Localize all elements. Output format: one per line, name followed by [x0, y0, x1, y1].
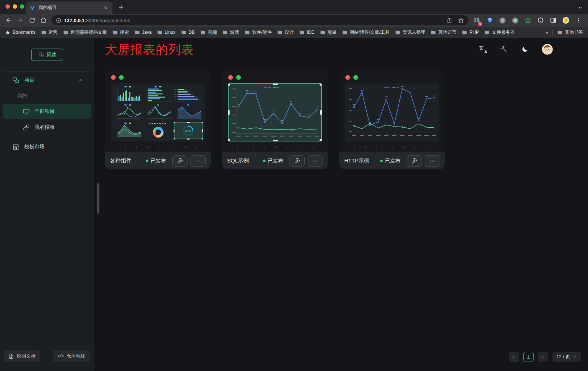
- forward-button[interactable]: [15, 15, 25, 25]
- address-bar[interactable]: 127.0.0.1:3000/#/project/items: [52, 15, 468, 25]
- page-size-select[interactable]: 12 / 页: [552, 352, 581, 362]
- screens-icon: [12, 77, 19, 84]
- edit-project-button[interactable]: [407, 155, 422, 167]
- new-project-button[interactable]: 新建: [31, 49, 63, 61]
- bookmark-folder[interactable]: PHP: [462, 29, 479, 36]
- bookmark-star-icon[interactable]: [458, 17, 464, 23]
- thumbnail-line-chart: [143, 104, 173, 121]
- selection-handle[interactable]: [273, 140, 278, 141]
- selection-handle[interactable]: [228, 83, 230, 86]
- more-options-button[interactable]: [190, 155, 206, 167]
- project-card-list: 25.00% 各种组件 已发布: [105, 70, 588, 169]
- edit-project-button[interactable]: [289, 155, 305, 167]
- folder-icon: [200, 30, 206, 35]
- hammer-icon: [177, 158, 183, 164]
- project-card[interactable]: SQL示例 已发布: [222, 70, 328, 169]
- red-dot: [345, 75, 350, 80]
- profile-avatar-icon[interactable]: [562, 17, 570, 24]
- selection-handle[interactable]: [320, 83, 322, 86]
- folder-icon: [112, 30, 118, 35]
- window-minimize-button[interactable]: [13, 4, 17, 9]
- ellipsis-icon: [195, 158, 201, 164]
- bookmark-folder[interactable]: 资讯未整理: [395, 29, 425, 36]
- bookmark-folder[interactable]: 近期需要读的文章: [63, 29, 107, 36]
- bookmark-folder[interactable]: DB: [181, 29, 195, 36]
- language-icon[interactable]: 文A: [479, 45, 487, 53]
- other-bookmarks[interactable]: 其他书签: [557, 29, 583, 36]
- selection-handle[interactable]: [320, 139, 322, 141]
- sidebar-item-template-market[interactable]: 模板市场: [0, 138, 94, 156]
- ext-record-extension-icon[interactable]: [511, 17, 519, 24]
- tab-search-chevron-icon[interactable]: [578, 5, 583, 10]
- prev-page-button[interactable]: [509, 352, 519, 362]
- site-info-icon[interactable]: [56, 18, 61, 23]
- window-close-button[interactable]: [5, 4, 10, 9]
- sidebar-item-all-projects[interactable]: 全部项目: [3, 104, 91, 119]
- docs-button[interactable]: 说明文档: [4, 350, 40, 362]
- tab-close-icon[interactable]: [102, 4, 109, 11]
- status-dot: [380, 160, 383, 162]
- new-tab-button[interactable]: [116, 2, 126, 12]
- ext-grid-extension-icon[interactable]: 9: [473, 17, 481, 24]
- bookmark-folder[interactable]: 软件/硬件: [244, 29, 271, 36]
- card-footer: 各种组件 已发布: [105, 152, 211, 169]
- home-button[interactable]: [38, 15, 49, 25]
- bookmark-folder[interactable]: 运营: [41, 29, 58, 36]
- project-card[interactable]: 25.00% 各种组件 已发布: [105, 70, 211, 169]
- edit-project-button[interactable]: [172, 155, 188, 167]
- bookmark-folder[interactable]: IDE: [299, 29, 314, 36]
- folder-icon: [244, 30, 250, 35]
- bookmark-folder[interactable]: 前端: [200, 29, 217, 36]
- thumbnail-capsule-bar-chart: [173, 86, 203, 103]
- bookmark-folder[interactable]: 其他语言: [431, 29, 456, 36]
- more-options-button[interactable]: [425, 155, 440, 167]
- scrollbar-thumb[interactable]: [97, 183, 99, 214]
- folder-icon: [342, 30, 348, 35]
- share-icon[interactable]: [447, 17, 452, 23]
- next-page-button[interactable]: [538, 352, 548, 362]
- folder-icon: [395, 30, 400, 35]
- dark-mode-moon-icon[interactable]: [521, 45, 529, 53]
- project-card[interactable]: HTTP示例 已发布: [339, 70, 445, 169]
- bookmark-folder[interactable]: Linux: [157, 29, 176, 36]
- selection-handle[interactable]: [273, 83, 278, 85]
- user-avatar[interactable]: [542, 44, 553, 55]
- window-zoom-button[interactable]: [20, 4, 24, 9]
- browser-menu-icon[interactable]: [575, 17, 582, 24]
- bookmarks-root[interactable]: Bookmarks: [5, 30, 36, 35]
- magic-wand-icon[interactable]: [500, 45, 508, 53]
- browser-tab[interactable]: 我的项目: [26, 1, 112, 14]
- back-button[interactable]: [4, 15, 14, 25]
- bookmarks-overflow-chevron[interactable]: »: [546, 30, 548, 35]
- selection-handle[interactable]: [228, 139, 230, 141]
- template-nodes-icon: [23, 124, 30, 131]
- sidebar-section-project[interactable]: 项目: [0, 72, 94, 88]
- ext-gem-extension-icon[interactable]: [486, 17, 493, 24]
- chevron-right-icon: [540, 355, 545, 359]
- repo-button[interactable]: </> 仓库地址: [53, 350, 90, 362]
- side-panel-icon[interactable]: [550, 17, 557, 24]
- bookmark-folder[interactable]: 设计: [277, 29, 294, 36]
- red-dot: [228, 75, 233, 80]
- main-content: 大屏报表的列表 文A: [94, 38, 588, 371]
- selection-handle[interactable]: [320, 110, 322, 115]
- ellipsis-icon: [312, 158, 318, 164]
- ext-star-extension-icon[interactable]: [524, 17, 531, 24]
- more-options-button[interactable]: [308, 155, 323, 167]
- card-footer: HTTP示例 已发布: [339, 152, 445, 169]
- ext-command-extension-icon[interactable]: ⌘: [499, 17, 506, 24]
- bookmark-folder[interactable]: 搜索: [112, 29, 129, 36]
- reload-button[interactable]: [27, 15, 37, 25]
- pagination: 1 12 / 页: [509, 352, 581, 362]
- current-page-button[interactable]: 1: [523, 352, 534, 362]
- selection-handle[interactable]: [228, 110, 230, 115]
- sidebar-item-my-templates[interactable]: 我的模板: [3, 120, 91, 135]
- bookmark-folder[interactable]: 项目: [320, 29, 337, 36]
- bookmark-folder[interactable]: Java: [135, 29, 152, 36]
- bookmark-folder[interactable]: 文件服务器: [484, 29, 515, 36]
- extensions-puzzle-icon[interactable]: [537, 17, 544, 24]
- tab-title: 我的项目: [38, 5, 99, 11]
- bookmark-folder[interactable]: 游戏: [222, 29, 239, 36]
- thumbnail-gauge-selected: 25.00%: [173, 122, 203, 140]
- bookmark-folder[interactable]: 网站/博客/文章/工具: [342, 29, 390, 36]
